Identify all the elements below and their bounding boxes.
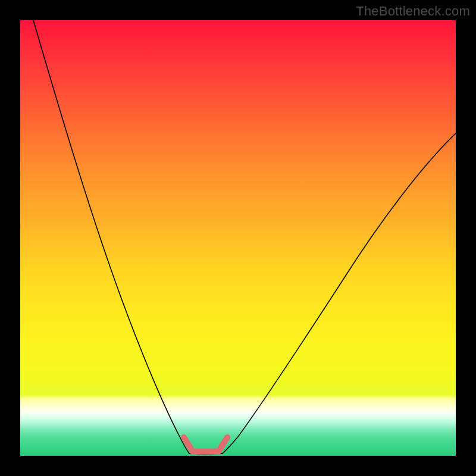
curve-right-branch <box>223 133 456 453</box>
curve-left-branch <box>33 20 189 453</box>
watermark-text: TheBottleneck.com <box>356 4 470 19</box>
chart-svg <box>20 20 456 456</box>
chart-frame: TheBottleneck.com <box>0 0 476 476</box>
highlight-segment <box>184 437 227 452</box>
plot-area <box>20 20 456 456</box>
